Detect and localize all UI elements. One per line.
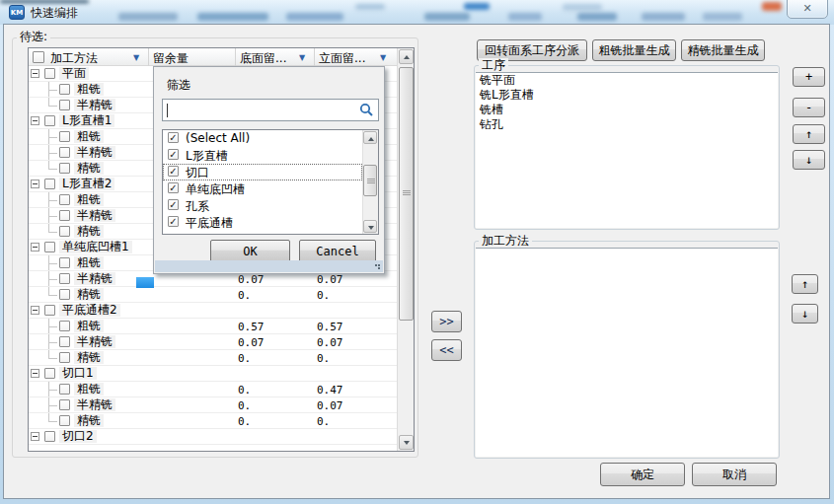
- column-header-bottom[interactable]: 底面留... ▼: [236, 48, 315, 66]
- feature-checkbox[interactable]: [44, 179, 55, 189]
- filter-checkbox[interactable]: ✓: [168, 199, 179, 210]
- filter-search-box[interactable]: [162, 99, 379, 121]
- method-checkbox[interactable]: [59, 273, 70, 284]
- method-checkbox[interactable]: [59, 131, 70, 142]
- method-checkbox[interactable]: [59, 84, 70, 95]
- feature-checkbox[interactable]: [44, 68, 55, 79]
- screen: KM 快速编排 ✕ 待选: 加工方法 ▼ 留余量 底面留... ▼ 立面留...…: [0, 0, 834, 504]
- collapse-icon[interactable]: [31, 243, 39, 252]
- tree-row-feature[interactable]: 平底通槽2: [29, 303, 398, 319]
- filter-dropdown-icon[interactable]: ▼: [299, 53, 305, 62]
- feature-checkbox[interactable]: [44, 431, 55, 442]
- method-checkbox[interactable]: [59, 194, 70, 205]
- filter-item[interactable]: ✓ 平底通槽: [163, 214, 362, 231]
- filter-checkbox[interactable]: ✓: [168, 149, 179, 160]
- ok-button[interactable]: 确定: [600, 463, 685, 486]
- collapse-icon[interactable]: [31, 306, 39, 315]
- tree-row-method[interactable]: 粗铣 0. 0.47: [29, 382, 398, 397]
- cancel-button[interactable]: 取消: [692, 463, 777, 486]
- filter-dropdown-icon[interactable]: ▼: [133, 53, 139, 62]
- tree-connector: [49, 279, 57, 280]
- table-scrollbar[interactable]: [397, 48, 414, 451]
- scrollbar-thumb[interactable]: [363, 165, 377, 196]
- method-checkbox[interactable]: [59, 289, 70, 300]
- search-icon[interactable]: [359, 103, 374, 120]
- tree-row-feature[interactable]: 切口1: [29, 366, 398, 382]
- finish-mill-batch-button[interactable]: 精铣批量生成: [681, 39, 765, 61]
- method-move-up-button[interactable]: ↑: [792, 274, 818, 294]
- process-list[interactable]: 铣平面铣L形直槽铣槽钻孔: [476, 72, 778, 228]
- move-left-button[interactable]: <<: [431, 339, 462, 361]
- feature-label: 平底通槽2: [59, 304, 120, 317]
- method-checkbox[interactable]: [59, 399, 70, 410]
- add-button[interactable]: +: [793, 67, 825, 87]
- scroll-down-icon[interactable]: [363, 220, 377, 233]
- close-button[interactable]: ✕: [787, 0, 828, 19]
- tree-row-method[interactable]: 半精铣 0.07 0.07: [29, 334, 398, 350]
- filter-item[interactable]: ✓ L形直槽: [163, 147, 362, 164]
- filter-item[interactable]: ✓ 单纯底凹槽: [163, 180, 362, 197]
- method-checkbox[interactable]: [59, 100, 70, 110]
- tree-row-method[interactable]: 半精铣 0. 0.07: [29, 397, 398, 413]
- filter-item[interactable]: ✓ (Select All): [163, 130, 362, 147]
- move-right-button[interactable]: >>: [431, 311, 462, 332]
- method-checkbox[interactable]: [59, 226, 70, 237]
- filter-list-scrollbar[interactable]: [362, 130, 378, 234]
- feature-checkbox[interactable]: [44, 115, 55, 126]
- collapse-icon[interactable]: [31, 116, 39, 125]
- tree-row-method[interactable]: 粗铣 0.57 0.57: [29, 319, 398, 334]
- filter-cancel-button[interactable]: Cancel: [299, 240, 376, 262]
- filter-item[interactable]: ✓ 孔系: [163, 197, 362, 214]
- method-list[interactable]: [476, 248, 778, 457]
- feature-checkbox[interactable]: [44, 368, 55, 379]
- collapse-icon[interactable]: [31, 69, 39, 78]
- filter-checkbox[interactable]: ✓: [168, 182, 179, 193]
- method-checkbox[interactable]: [59, 321, 70, 331]
- feature-checkbox[interactable]: [44, 305, 55, 316]
- tree-row-feature[interactable]: 切口2: [29, 429, 398, 445]
- move-down-button[interactable]: ↓: [793, 150, 825, 170]
- process-item[interactable]: 铣槽: [476, 103, 778, 117]
- window-titlebar[interactable]: KM 快速编排 ✕: [0, 0, 834, 25]
- method-checkbox[interactable]: [59, 147, 70, 158]
- collapse-icon[interactable]: [31, 369, 39, 378]
- feature-checkbox[interactable]: [44, 242, 55, 252]
- resize-grip-icon[interactable]: [374, 263, 381, 270]
- filter-item[interactable]: ✓ 切口: [163, 164, 362, 180]
- scrollbar-thumb[interactable]: [399, 67, 414, 321]
- method-checkbox[interactable]: [59, 257, 70, 268]
- tree-row-method[interactable]: 精铣 0. 0.: [29, 287, 398, 303]
- rough-mill-batch-button[interactable]: 粗铣批量生成: [592, 39, 676, 61]
- filter-checkbox[interactable]: ✓: [168, 166, 179, 177]
- method-checkbox[interactable]: [59, 163, 70, 174]
- method-checkbox[interactable]: [59, 352, 70, 363]
- method-checkbox[interactable]: [59, 415, 70, 426]
- tree-row-method[interactable]: 精铣 0. 0.: [29, 350, 398, 366]
- column-header-method[interactable]: 加工方法 ▼: [29, 48, 149, 66]
- filter-dropdown-icon[interactable]: ▼: [380, 53, 386, 62]
- filter-ok-button[interactable]: OK: [210, 240, 290, 262]
- move-up-button[interactable]: ↑: [793, 124, 825, 144]
- remove-button[interactable]: -: [793, 98, 825, 117]
- filter-item-label: (Select All): [186, 131, 250, 145]
- tree-row-method[interactable]: 精铣 0. 0.: [29, 413, 398, 429]
- column-header-allowance[interactable]: 留余量: [149, 48, 236, 66]
- collapse-icon[interactable]: [31, 180, 39, 188]
- filter-search-input[interactable]: [166, 102, 353, 118]
- filter-checkbox[interactable]: ✓: [168, 216, 179, 227]
- method-move-down-button[interactable]: ↓: [792, 304, 818, 324]
- filter-popup: 筛选 ✓ (Select All) ✓ L形直槽 ✓ 切口 ✓ 单纯底凹: [153, 66, 385, 274]
- process-item[interactable]: 铣L形直槽: [476, 88, 778, 103]
- filter-checkbox[interactable]: ✓: [168, 132, 179, 143]
- process-item[interactable]: 铣平面: [476, 73, 778, 88]
- scroll-down-icon[interactable]: [399, 435, 414, 450]
- scroll-up-icon[interactable]: [399, 49, 414, 64]
- scroll-up-icon[interactable]: [363, 131, 377, 144]
- method-checkbox[interactable]: [59, 210, 70, 221]
- select-all-checkbox[interactable]: [33, 51, 44, 63]
- column-header-side[interactable]: 立面留... ▼: [315, 48, 398, 66]
- method-checkbox[interactable]: [59, 336, 70, 347]
- method-checkbox[interactable]: [59, 384, 70, 395]
- collapse-icon[interactable]: [31, 432, 39, 441]
- process-item[interactable]: 钻孔: [476, 117, 778, 132]
